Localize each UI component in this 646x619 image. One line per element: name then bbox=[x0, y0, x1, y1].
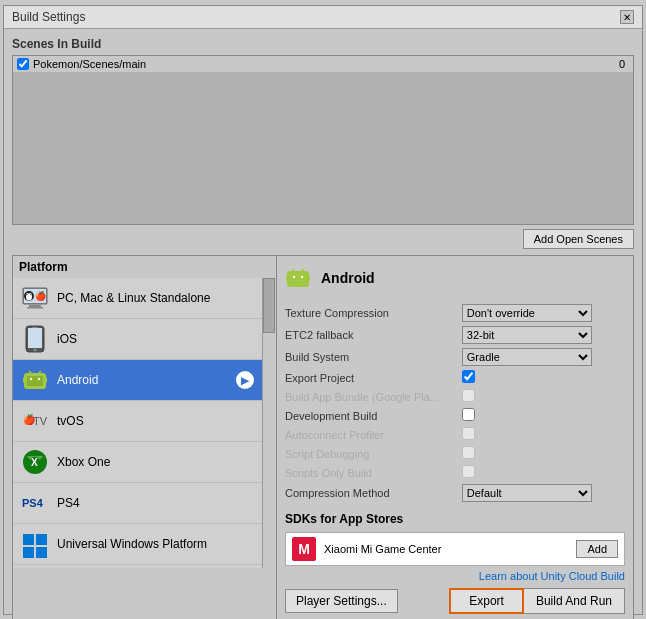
export-project-control bbox=[462, 368, 625, 387]
platform-item-pc[interactable]: 🍎 PC, Mac & Linux Standalone bbox=[13, 278, 262, 319]
lower-section: Platform bbox=[12, 255, 634, 619]
close-button[interactable]: ✕ bbox=[620, 10, 634, 24]
script-debug-label: Script Debugging bbox=[285, 444, 462, 463]
platform-name-ps4: PS4 bbox=[57, 496, 254, 510]
svg-point-8 bbox=[27, 294, 28, 295]
title-bar: Build Settings ✕ bbox=[4, 6, 642, 29]
scene-index: 0 bbox=[619, 58, 629, 70]
platform-item-webgl[interactable]: 5 WebGL bbox=[13, 565, 262, 568]
texture-control: Don't override bbox=[462, 302, 625, 324]
build-system-select[interactable]: Gradle bbox=[462, 348, 592, 366]
scripts-only-checkbox bbox=[462, 465, 475, 478]
setting-row-script-debug: Script Debugging bbox=[285, 444, 625, 463]
svg-point-9 bbox=[30, 294, 31, 295]
build-system-label: Build System bbox=[285, 346, 462, 368]
setting-row-etc2: ETC2 fallback 32-bit bbox=[285, 324, 625, 346]
scenes-label: Scenes In Build bbox=[12, 37, 634, 51]
svg-point-14 bbox=[34, 349, 37, 352]
ps4-icon: PS4 bbox=[21, 489, 49, 517]
export-button[interactable]: Export bbox=[449, 588, 524, 614]
etc2-label: ETC2 fallback bbox=[285, 324, 462, 346]
platform-panel: Platform bbox=[12, 255, 277, 619]
script-debug-control bbox=[462, 444, 625, 463]
svg-rect-38 bbox=[287, 271, 309, 287]
scene-item: Pokemon/Scenes/main 0 bbox=[13, 56, 633, 72]
platform-name-tvos: tvOS bbox=[57, 414, 254, 428]
autoconnect-label: Autoconnect Profiler bbox=[285, 425, 462, 444]
svg-text:X: X bbox=[31, 457, 38, 468]
scripts-only-label: Scripts Only Build bbox=[285, 463, 462, 482]
platform-item-android[interactable]: Android ▶ bbox=[13, 360, 262, 401]
export-project-label: Export Project bbox=[285, 368, 462, 387]
platform-item-tvos[interactable]: 🍎 TV tvOS bbox=[13, 401, 262, 442]
bottom-buttons-row: Player Settings... Export Build And Run bbox=[285, 588, 625, 614]
platform-label: Platform bbox=[13, 256, 276, 278]
bundle-checkbox bbox=[462, 389, 475, 402]
scrollbar-thumb[interactable] bbox=[263, 278, 275, 333]
dev-build-control bbox=[462, 406, 625, 425]
svg-point-21 bbox=[38, 378, 40, 380]
setting-row-texture: Texture Compression Don't override bbox=[285, 302, 625, 324]
uwp-icon bbox=[21, 530, 49, 558]
window-title: Build Settings bbox=[12, 10, 85, 24]
player-settings-button[interactable]: Player Settings... bbox=[285, 589, 398, 613]
svg-rect-2 bbox=[29, 305, 41, 307]
svg-rect-32 bbox=[23, 547, 34, 558]
compression-select[interactable]: Default bbox=[462, 484, 592, 502]
tvos-icon: 🍎 TV bbox=[21, 407, 49, 435]
setting-row-bundle: Build App Bundle (Google Pla... bbox=[285, 387, 625, 406]
texture-label: Texture Compression bbox=[285, 302, 462, 324]
setting-row-compression: Compression Method Default bbox=[285, 482, 625, 504]
export-project-checkbox[interactable] bbox=[462, 370, 475, 383]
platform-item-ps4[interactable]: PS4 PS4 bbox=[13, 483, 262, 524]
compression-label: Compression Method bbox=[285, 482, 462, 504]
svg-rect-19 bbox=[44, 377, 47, 383]
svg-rect-30 bbox=[23, 534, 34, 545]
platform-item-uwp[interactable]: Universal Windows Platform bbox=[13, 524, 262, 565]
dev-build-checkbox[interactable] bbox=[462, 408, 475, 421]
svg-text:🍎: 🍎 bbox=[35, 290, 47, 302]
build-and-run-button[interactable]: Build And Run bbox=[524, 588, 625, 614]
platform-list: 🍎 PC, Mac & Linux Standalone bbox=[13, 278, 262, 568]
platform-item-xbox[interactable]: X Xbox One bbox=[13, 442, 262, 483]
xiaomi-logo: M bbox=[292, 537, 316, 561]
ios-icon bbox=[21, 325, 49, 353]
svg-rect-13 bbox=[28, 328, 42, 348]
scene-path: Pokemon/Scenes/main bbox=[33, 58, 619, 70]
platform-name-android: Android bbox=[57, 373, 236, 387]
add-open-scenes-row: Add Open Scenes bbox=[12, 229, 634, 249]
svg-rect-31 bbox=[36, 534, 47, 545]
platform-name-ios: iOS bbox=[57, 332, 254, 346]
pc-icon: 🍎 bbox=[21, 284, 49, 312]
cloud-build-link[interactable]: Learn about Unity Cloud Build bbox=[285, 570, 625, 582]
scene-checkbox[interactable] bbox=[17, 58, 29, 70]
build-buttons: Export Build And Run bbox=[449, 588, 625, 614]
script-debug-checkbox bbox=[462, 446, 475, 459]
setting-row-dev-build: Development Build bbox=[285, 406, 625, 425]
setting-row-scripts-only: Scripts Only Build bbox=[285, 463, 625, 482]
platform-item-ios[interactable]: iOS bbox=[13, 319, 262, 360]
autoconnect-control bbox=[462, 425, 625, 444]
etc2-select[interactable]: 32-bit bbox=[462, 326, 592, 344]
android-header-icon bbox=[285, 264, 313, 292]
svg-rect-39 bbox=[286, 275, 289, 281]
autoconnect-checkbox bbox=[462, 427, 475, 440]
add-open-scenes-button[interactable]: Add Open Scenes bbox=[523, 229, 634, 249]
unity-selected-icon: ▶ bbox=[236, 371, 254, 389]
sdk-name-xiaomi: Xiaomi Mi Game Center bbox=[324, 543, 576, 555]
xbox-icon: X bbox=[21, 448, 49, 476]
platform-name-pc: PC, Mac & Linux Standalone bbox=[57, 291, 254, 305]
platform-name-xbox: Xbox One bbox=[57, 455, 254, 469]
add-sdk-button[interactable]: Add bbox=[576, 540, 618, 558]
svg-rect-3 bbox=[27, 307, 43, 309]
svg-rect-33 bbox=[36, 547, 47, 558]
setting-row-autoconnect: Autoconnect Profiler bbox=[285, 425, 625, 444]
main-content: Scenes In Build Pokemon/Scenes/main 0 Ad… bbox=[4, 29, 642, 619]
scrollbar-track[interactable] bbox=[262, 278, 276, 568]
cloud-build-row: Learn about Unity Cloud Build bbox=[285, 570, 625, 582]
build-settings-window: Build Settings ✕ Scenes In Build Pokemon… bbox=[3, 5, 643, 615]
texture-select[interactable]: Don't override bbox=[462, 304, 592, 322]
svg-point-20 bbox=[30, 378, 32, 380]
svg-point-42 bbox=[301, 276, 303, 278]
bundle-control bbox=[462, 387, 625, 406]
